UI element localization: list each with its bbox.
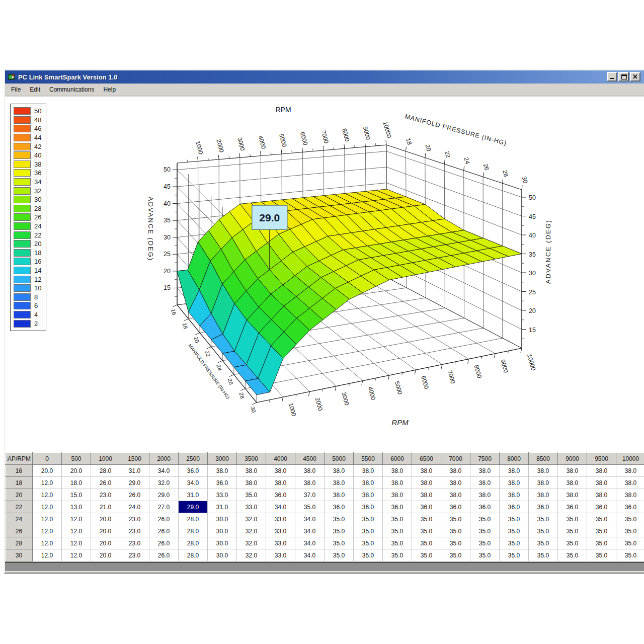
table-cell[interactable]: 35.0 [383,513,412,525]
table-cell[interactable]: 35.0 [587,513,616,525]
table-cell[interactable]: 32.0 [149,477,179,489]
table-cell[interactable]: 35.0 [325,525,354,537]
table-cell[interactable]: 34.0 [266,501,295,513]
table-cell[interactable]: 38.0 [470,465,500,477]
table-cell[interactable]: 13.0 [62,501,91,513]
table-cell[interactable]: 38.0 [587,477,616,489]
table-cell[interactable]: 36.0 [441,501,470,513]
menu-item-file[interactable]: File [7,85,25,95]
table-cell[interactable]: 35.0 [325,549,354,561]
table-cell[interactable]: 35.0 [354,525,383,537]
table-cell[interactable]: 38.0 [325,477,354,489]
table-cell[interactable]: 26.0 [149,525,179,537]
table-cell[interactable]: 26.0 [149,549,179,561]
table-cell[interactable]: 36.0 [470,501,500,513]
table-cell[interactable]: 35.0 [470,537,500,549]
table-cell[interactable]: 20.0 [33,465,62,477]
table-cell[interactable]: 35.0 [412,525,441,537]
table-cell[interactable]: 34.0 [295,537,325,549]
table-cell[interactable]: 38.0 [383,465,412,477]
table-cell[interactable]: 35.0 [558,537,587,549]
table-cell[interactable]: 20.0 [91,537,120,549]
menu-item-communications[interactable]: Communications [45,85,99,95]
table-cell[interactable]: 12.0 [33,537,62,549]
table-cell[interactable]: 36.0 [179,465,208,477]
table-cell[interactable]: 12.0 [33,513,62,525]
table-cell[interactable]: 38.0 [441,477,470,489]
table-cell[interactable]: 38.0 [237,465,266,477]
table-cell[interactable]: 26.0 [91,477,120,489]
table-cell[interactable]: 23.0 [120,525,149,537]
table-cell[interactable]: 34.0 [179,477,208,489]
table-cell[interactable]: 38.0 [441,465,470,477]
table-cell[interactable]: 36.0 [266,489,295,501]
table-cell[interactable]: 28.0 [179,537,208,549]
table-cell[interactable]: 12.0 [62,537,91,549]
table-cell[interactable]: 35.0 [412,513,441,525]
table-cell[interactable]: 36.0 [383,501,412,513]
table-cell[interactable]: 35.0 [529,513,558,525]
table-cell[interactable]: 35.0 [383,537,412,549]
table-cell[interactable]: 35.0 [470,513,500,525]
table-cell[interactable]: 38.0 [441,489,470,501]
table-cell[interactable]: 28.0 [179,525,208,537]
table-cell[interactable]: 35.0 [383,549,412,561]
table-cell[interactable]: 26.0 [149,513,179,525]
table-cell[interactable]: 32.0 [237,537,266,549]
table-cell[interactable]: 35.0 [529,525,558,537]
table-cell[interactable]: 32.0 [237,525,266,537]
table-cell[interactable]: 26.0 [120,489,149,501]
table-cell[interactable]: 15.0 [62,489,91,501]
table-cell[interactable]: 35.0 [558,513,587,525]
table-cell[interactable]: 35.0 [558,525,587,537]
table-cell[interactable]: 23.0 [120,549,149,561]
table-cell[interactable]: 33.0 [237,501,266,513]
table-cell[interactable]: 29.0 [149,489,179,501]
table-cell[interactable]: 38.0 [354,465,383,477]
table-cell[interactable]: 35.0 [616,525,644,537]
table-cell[interactable]: 12.0 [62,513,91,525]
maximize-button[interactable] [618,72,629,82]
table-cell[interactable]: 35.0 [325,513,354,525]
table-cell[interactable]: 35.0 [587,537,616,549]
table-cell[interactable]: 38.0 [587,489,616,501]
title-bar[interactable]: PC Link SmartSpark Version 1.0 ✕ [5,70,644,84]
menu-item-help[interactable]: Help [99,85,120,95]
table-cell[interactable]: 33.0 [208,489,237,501]
table-cell[interactable]: 28.0 [179,549,208,561]
table-cell[interactable]: 35.0 [616,513,644,525]
table-cell[interactable]: 38.0 [500,465,529,477]
table-cell[interactable]: 38.0 [529,477,558,489]
table-cell[interactable]: 28.0 [179,513,208,525]
table-cell[interactable]: 30.0 [208,513,237,525]
table-cell[interactable]: 29.0 [120,477,149,489]
table-cell[interactable]: 35.0 [529,537,558,549]
table-cell[interactable]: 36.0 [616,501,644,513]
table-cell[interactable]: 35.0 [500,525,529,537]
table-cell[interactable]: 38.0 [208,465,237,477]
table-cell[interactable]: 32.0 [237,513,266,525]
table-cell[interactable]: 38.0 [587,465,616,477]
table-cell[interactable]: 35.0 [325,537,354,549]
table-cell[interactable]: 26.0 [149,537,179,549]
table-cell[interactable]: 18.0 [62,477,91,489]
table-cell[interactable]: 38.0 [266,477,295,489]
table-cell[interactable]: 38.0 [295,465,325,477]
table-cell[interactable]: 35.0 [470,549,500,561]
table-cell[interactable]: 35.0 [412,537,441,549]
table-cell[interactable]: 35.0 [500,549,529,561]
table-cell[interactable]: 35.0 [558,549,587,561]
table-cell[interactable]: 30.0 [208,537,237,549]
table-cell[interactable]: 20.0 [91,513,120,525]
table-cell[interactable]: 36.0 [529,501,558,513]
table-cell[interactable]: 35.0 [470,525,500,537]
table-cell[interactable]: 38.0 [470,489,500,501]
table-cell[interactable]: 31.0 [179,489,208,501]
table-cell[interactable]: 35.0 [587,525,616,537]
table-cell[interactable]: 38.0 [412,465,441,477]
table-cell[interactable]: 34.0 [295,513,325,525]
table-cell[interactable]: 23.0 [120,513,149,525]
table-cell[interactable]: 35.0 [441,513,470,525]
table-cell[interactable]: 38.0 [325,489,354,501]
table-cell[interactable]: 12.0 [33,477,62,489]
